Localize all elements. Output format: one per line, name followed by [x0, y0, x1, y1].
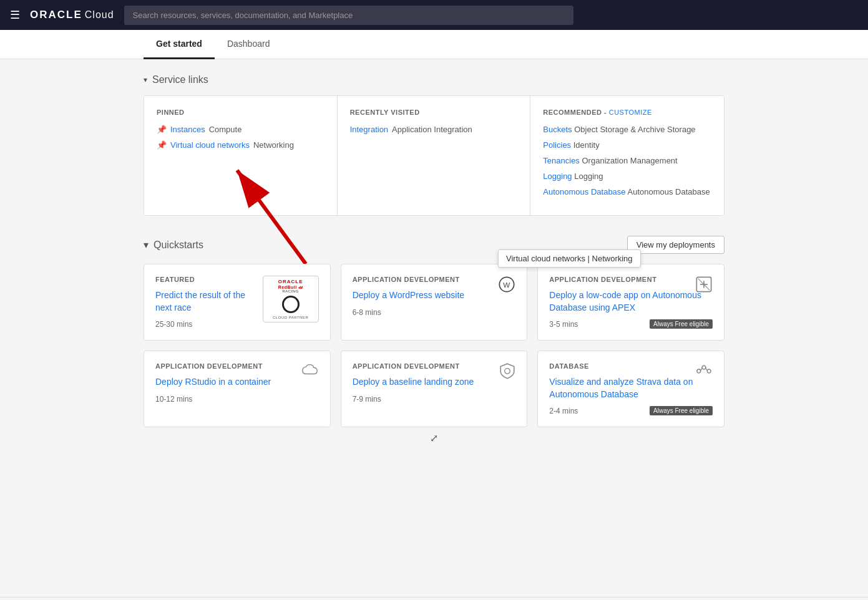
- card-category: APPLICATION DEVELOPMENT: [155, 362, 319, 370]
- recommended-label: RECOMMENDED - Customize: [543, 109, 711, 116]
- vcn-tooltip: Virtual cloud networks | Networking: [498, 249, 641, 268]
- footer: Terms of Use and Privacy Cookie Preferen…: [0, 597, 868, 600]
- quickstart-card-apex[interactable]: APPLICATION DEVELOPMENT Deploy a low-cod…: [537, 264, 724, 341]
- policies-link[interactable]: Policies: [543, 140, 571, 150]
- card-time: 7-9 mins: [353, 395, 516, 404]
- list-item: Integration Application Integration: [350, 125, 518, 134]
- list-item: 📌 Virtual cloud networks Networking: [157, 140, 324, 150]
- card-title: Deploy RStudio in a container: [155, 376, 319, 389]
- quickstarts-title: ▾ Quickstarts: [144, 239, 203, 251]
- always-free-badge: Always Free eligible: [650, 319, 713, 329]
- svg-point-8: [505, 369, 510, 374]
- vcn-text: Networking: [253, 140, 294, 150]
- card-category: FEATURED: [155, 276, 256, 283]
- card-title: Predict the result of the next race: [155, 289, 256, 314]
- svg-point-9: [697, 369, 701, 373]
- quickstart-card-landing-zone[interactable]: APPLICATION DEVELOPMENT Deploy a baselin…: [341, 351, 528, 427]
- integration-text: Application Integration: [392, 125, 472, 134]
- always-free-badge: Always Free eligible: [650, 406, 713, 415]
- quickstarts-chevron-icon[interactable]: ▾: [144, 239, 149, 251]
- list-item: Policies Identity: [543, 140, 711, 150]
- wordpress-icon: W: [498, 276, 515, 297]
- recommended-card: RECOMMENDED - Customize Buckets Object S…: [530, 96, 724, 215]
- autonomous-db-link[interactable]: Autonomous Database: [543, 187, 625, 196]
- graph-icon: [695, 362, 713, 384]
- list-item: 📌 Instances Compute: [157, 125, 324, 134]
- recently-visited-label: RECENTLY VISITED: [350, 109, 518, 116]
- card-category: DATABASE: [549, 362, 713, 370]
- tab-bar: Get started Dashboard: [0, 30, 868, 59]
- view-deployments-button[interactable]: View my deployments: [627, 236, 724, 254]
- pinned-card: PINNED 📌 Instances Compute 📌 Virtual clo…: [144, 96, 338, 215]
- quickstart-card-rstudio[interactable]: APPLICATION DEVELOPMENT Deploy RStudio i…: [144, 351, 331, 427]
- integration-link[interactable]: Integration: [350, 125, 388, 134]
- oracle-cloud-logo: ORACLE Cloud: [30, 9, 114, 21]
- card-time: 10-12 mins: [155, 395, 319, 404]
- pin-icon: 📌: [157, 125, 167, 134]
- recently-visited-card: RECENTLY VISITED Integration Application…: [338, 96, 531, 215]
- main-content: ▾ Service links PINNED 📌 Instances Compu…: [0, 59, 868, 597]
- quickstart-card-strava[interactable]: DATABASE Visualize and analyze Strava da…: [537, 351, 724, 427]
- svg-point-10: [702, 365, 706, 369]
- card-title: Visualize and analyze Strava data on Aut…: [549, 376, 713, 400]
- instances-text: Compute: [209, 125, 242, 134]
- svg-line-12: [701, 369, 702, 371]
- card-title: Deploy a WordPress website: [353, 289, 516, 302]
- instances-link[interactable]: Instances: [170, 125, 205, 134]
- tab-dashboard[interactable]: Dashboard: [215, 30, 283, 59]
- apex-icon: [695, 276, 713, 297]
- service-links-chevron-icon[interactable]: ▾: [144, 75, 147, 84]
- card-time: 25-30 mins: [155, 320, 256, 329]
- card-time: 6-8 mins: [353, 308, 516, 317]
- quickstarts-grid: FEATURED Predict the result of the next …: [144, 264, 724, 427]
- tab-get-started[interactable]: Get started: [144, 30, 215, 59]
- logging-link[interactable]: Logging: [543, 172, 572, 181]
- quickstarts-label: Quickstarts: [154, 240, 203, 251]
- svg-line-13: [706, 369, 707, 371]
- vcn-link[interactable]: Virtual cloud networks: [170, 140, 250, 150]
- service-links-grid: PINNED 📌 Instances Compute 📌 Virtual clo…: [144, 95, 724, 216]
- service-links-title: Service links: [152, 74, 208, 85]
- list-item: Autonomous Database Autonomous Database: [543, 187, 711, 196]
- quickstart-card-featured[interactable]: FEATURED Predict the result of the next …: [144, 264, 331, 341]
- customize-link[interactable]: Customize: [609, 109, 652, 116]
- svg-text:W: W: [503, 281, 510, 289]
- oracle-redbull-logo: ORACLE RedBull 🏎 RACING Cloud Partner: [263, 276, 319, 322]
- card-category: APPLICATION DEVELOPMENT: [353, 276, 516, 283]
- svg-point-11: [707, 369, 711, 373]
- svg-line-7: [698, 279, 710, 291]
- list-item: Buckets Object Storage & Archive Storage: [543, 125, 711, 134]
- card-title: Deploy a baseline landing zone: [353, 376, 516, 389]
- shield-icon: [499, 362, 515, 384]
- pinned-label: PINNED: [157, 109, 324, 116]
- card-title: Deploy a low-code app on Autonomous Data…: [549, 289, 713, 314]
- card-category: APPLICATION DEVELOPMENT: [353, 362, 516, 370]
- search-input[interactable]: [124, 6, 573, 25]
- hamburger-menu-icon[interactable]: ☰: [10, 8, 20, 22]
- cloud-icon: [301, 362, 319, 381]
- tenancies-link[interactable]: Tenancies: [543, 156, 580, 165]
- service-links-section: ▾ Service links PINNED 📌 Instances Compu…: [144, 74, 724, 216]
- pin-icon: 📌: [157, 140, 167, 150]
- buckets-link[interactable]: Buckets: [543, 125, 572, 134]
- list-item: Tenancies Organization Management: [543, 156, 711, 165]
- list-item: Logging Logging: [543, 172, 711, 181]
- expand-icon[interactable]: ⤢: [144, 432, 724, 444]
- card-category: APPLICATION DEVELOPMENT: [549, 276, 713, 283]
- quickstart-card-wordpress[interactable]: APPLICATION DEVELOPMENT Deploy a WordPre…: [341, 264, 528, 341]
